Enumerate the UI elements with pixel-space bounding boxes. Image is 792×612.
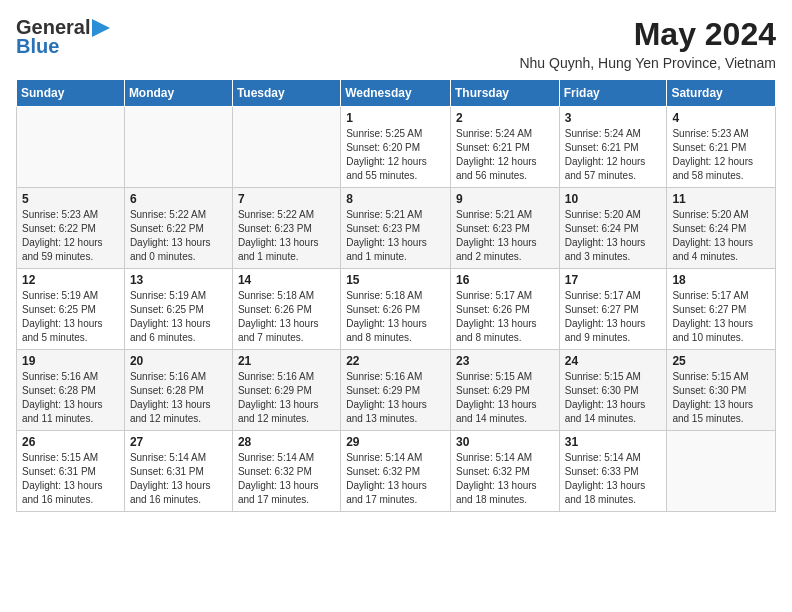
calendar-cell: 5Sunrise: 5:23 AMSunset: 6:22 PMDaylight… [17, 188, 125, 269]
day-number: 30 [456, 435, 554, 449]
calendar-cell: 21Sunrise: 5:16 AMSunset: 6:29 PMDayligh… [232, 350, 340, 431]
weekday-header-row: SundayMondayTuesdayWednesdayThursdayFrid… [17, 80, 776, 107]
day-number: 7 [238, 192, 335, 206]
day-number: 1 [346, 111, 445, 125]
calendar-cell: 3Sunrise: 5:24 AMSunset: 6:21 PMDaylight… [559, 107, 667, 188]
calendar-cell: 31Sunrise: 5:14 AMSunset: 6:33 PMDayligh… [559, 431, 667, 512]
weekday-header-monday: Monday [124, 80, 232, 107]
day-number: 11 [672, 192, 770, 206]
day-number: 6 [130, 192, 227, 206]
logo: General Blue [16, 16, 112, 58]
day-info: Sunrise: 5:24 AMSunset: 6:21 PMDaylight:… [565, 127, 662, 183]
day-info: Sunrise: 5:14 AMSunset: 6:32 PMDaylight:… [456, 451, 554, 507]
day-number: 9 [456, 192, 554, 206]
day-number: 14 [238, 273, 335, 287]
day-info: Sunrise: 5:21 AMSunset: 6:23 PMDaylight:… [346, 208, 445, 264]
day-info: Sunrise: 5:14 AMSunset: 6:31 PMDaylight:… [130, 451, 227, 507]
logo-arrow-icon [90, 17, 112, 39]
day-number: 20 [130, 354, 227, 368]
day-info: Sunrise: 5:14 AMSunset: 6:32 PMDaylight:… [346, 451, 445, 507]
calendar-cell: 10Sunrise: 5:20 AMSunset: 6:24 PMDayligh… [559, 188, 667, 269]
month-year-title: May 2024 [519, 16, 776, 53]
day-info: Sunrise: 5:15 AMSunset: 6:30 PMDaylight:… [672, 370, 770, 426]
calendar-cell: 11Sunrise: 5:20 AMSunset: 6:24 PMDayligh… [667, 188, 776, 269]
calendar-cell: 17Sunrise: 5:17 AMSunset: 6:27 PMDayligh… [559, 269, 667, 350]
day-info: Sunrise: 5:19 AMSunset: 6:25 PMDaylight:… [22, 289, 119, 345]
day-info: Sunrise: 5:16 AMSunset: 6:29 PMDaylight:… [238, 370, 335, 426]
calendar-cell: 19Sunrise: 5:16 AMSunset: 6:28 PMDayligh… [17, 350, 125, 431]
day-info: Sunrise: 5:16 AMSunset: 6:29 PMDaylight:… [346, 370, 445, 426]
day-number: 5 [22, 192, 119, 206]
day-number: 3 [565, 111, 662, 125]
day-info: Sunrise: 5:20 AMSunset: 6:24 PMDaylight:… [565, 208, 662, 264]
calendar-cell: 1Sunrise: 5:25 AMSunset: 6:20 PMDaylight… [341, 107, 451, 188]
calendar-cell: 22Sunrise: 5:16 AMSunset: 6:29 PMDayligh… [341, 350, 451, 431]
day-number: 28 [238, 435, 335, 449]
day-number: 13 [130, 273, 227, 287]
day-number: 2 [456, 111, 554, 125]
day-info: Sunrise: 5:16 AMSunset: 6:28 PMDaylight:… [130, 370, 227, 426]
day-info: Sunrise: 5:17 AMSunset: 6:27 PMDaylight:… [672, 289, 770, 345]
title-block: May 2024 Nhu Quynh, Hung Yen Province, V… [519, 16, 776, 71]
day-number: 19 [22, 354, 119, 368]
calendar-cell: 26Sunrise: 5:15 AMSunset: 6:31 PMDayligh… [17, 431, 125, 512]
calendar-week-row: 12Sunrise: 5:19 AMSunset: 6:25 PMDayligh… [17, 269, 776, 350]
day-info: Sunrise: 5:19 AMSunset: 6:25 PMDaylight:… [130, 289, 227, 345]
day-number: 18 [672, 273, 770, 287]
calendar-cell [667, 431, 776, 512]
calendar-cell: 29Sunrise: 5:14 AMSunset: 6:32 PMDayligh… [341, 431, 451, 512]
day-info: Sunrise: 5:17 AMSunset: 6:27 PMDaylight:… [565, 289, 662, 345]
day-number: 23 [456, 354, 554, 368]
calendar-cell: 2Sunrise: 5:24 AMSunset: 6:21 PMDaylight… [450, 107, 559, 188]
day-info: Sunrise: 5:14 AMSunset: 6:33 PMDaylight:… [565, 451, 662, 507]
weekday-header-saturday: Saturday [667, 80, 776, 107]
page-header: General Blue May 2024 Nhu Quynh, Hung Ye… [16, 16, 776, 71]
calendar-table: SundayMondayTuesdayWednesdayThursdayFrid… [16, 79, 776, 512]
calendar-cell: 25Sunrise: 5:15 AMSunset: 6:30 PMDayligh… [667, 350, 776, 431]
calendar-cell [232, 107, 340, 188]
calendar-cell: 9Sunrise: 5:21 AMSunset: 6:23 PMDaylight… [450, 188, 559, 269]
calendar-cell: 13Sunrise: 5:19 AMSunset: 6:25 PMDayligh… [124, 269, 232, 350]
day-number: 31 [565, 435, 662, 449]
calendar-cell: 30Sunrise: 5:14 AMSunset: 6:32 PMDayligh… [450, 431, 559, 512]
day-number: 25 [672, 354, 770, 368]
weekday-header-sunday: Sunday [17, 80, 125, 107]
day-info: Sunrise: 5:24 AMSunset: 6:21 PMDaylight:… [456, 127, 554, 183]
day-number: 21 [238, 354, 335, 368]
calendar-cell: 27Sunrise: 5:14 AMSunset: 6:31 PMDayligh… [124, 431, 232, 512]
calendar-week-row: 5Sunrise: 5:23 AMSunset: 6:22 PMDaylight… [17, 188, 776, 269]
calendar-cell: 14Sunrise: 5:18 AMSunset: 6:26 PMDayligh… [232, 269, 340, 350]
day-info: Sunrise: 5:15 AMSunset: 6:29 PMDaylight:… [456, 370, 554, 426]
calendar-week-row: 26Sunrise: 5:15 AMSunset: 6:31 PMDayligh… [17, 431, 776, 512]
calendar-cell: 24Sunrise: 5:15 AMSunset: 6:30 PMDayligh… [559, 350, 667, 431]
day-number: 26 [22, 435, 119, 449]
day-info: Sunrise: 5:23 AMSunset: 6:22 PMDaylight:… [22, 208, 119, 264]
logo-text-block: General Blue [16, 16, 112, 58]
calendar-cell: 4Sunrise: 5:23 AMSunset: 6:21 PMDaylight… [667, 107, 776, 188]
day-info: Sunrise: 5:17 AMSunset: 6:26 PMDaylight:… [456, 289, 554, 345]
day-number: 15 [346, 273, 445, 287]
calendar-cell: 23Sunrise: 5:15 AMSunset: 6:29 PMDayligh… [450, 350, 559, 431]
day-number: 22 [346, 354, 445, 368]
day-info: Sunrise: 5:18 AMSunset: 6:26 PMDaylight:… [238, 289, 335, 345]
day-info: Sunrise: 5:22 AMSunset: 6:23 PMDaylight:… [238, 208, 335, 264]
day-number: 27 [130, 435, 227, 449]
calendar-cell: 12Sunrise: 5:19 AMSunset: 6:25 PMDayligh… [17, 269, 125, 350]
weekday-header-wednesday: Wednesday [341, 80, 451, 107]
day-info: Sunrise: 5:16 AMSunset: 6:28 PMDaylight:… [22, 370, 119, 426]
day-info: Sunrise: 5:18 AMSunset: 6:26 PMDaylight:… [346, 289, 445, 345]
day-info: Sunrise: 5:25 AMSunset: 6:20 PMDaylight:… [346, 127, 445, 183]
weekday-header-friday: Friday [559, 80, 667, 107]
day-info: Sunrise: 5:15 AMSunset: 6:31 PMDaylight:… [22, 451, 119, 507]
day-number: 12 [22, 273, 119, 287]
weekday-header-thursday: Thursday [450, 80, 559, 107]
day-number: 16 [456, 273, 554, 287]
calendar-cell [17, 107, 125, 188]
day-info: Sunrise: 5:23 AMSunset: 6:21 PMDaylight:… [672, 127, 770, 183]
calendar-cell: 7Sunrise: 5:22 AMSunset: 6:23 PMDaylight… [232, 188, 340, 269]
day-number: 10 [565, 192, 662, 206]
logo-blue: Blue [16, 35, 59, 58]
calendar-cell: 15Sunrise: 5:18 AMSunset: 6:26 PMDayligh… [341, 269, 451, 350]
calendar-week-row: 19Sunrise: 5:16 AMSunset: 6:28 PMDayligh… [17, 350, 776, 431]
day-number: 29 [346, 435, 445, 449]
